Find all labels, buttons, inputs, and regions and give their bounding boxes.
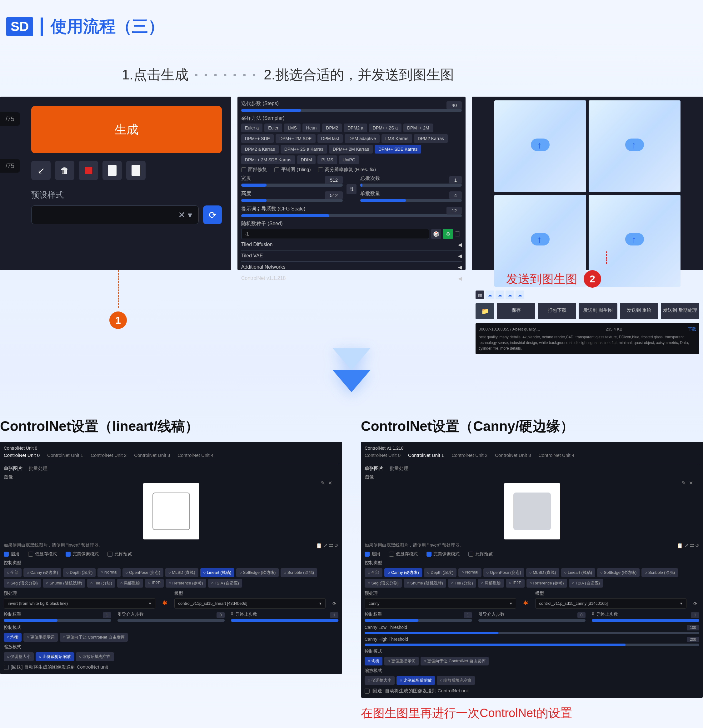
type-Reference (参考)[interactable]: ○ Reference (参考) [166,579,206,588]
edit-icon-r[interactable]: ✎ [682,480,686,486]
cn-tab-3[interactable]: ControlNet Unit 3 [134,452,170,460]
mode-2[interactable]: ○ 更偏向于让 ControlNet 自由发挥 [60,633,128,642]
type-OpenPose (姿态)[interactable]: ○ OpenPose (姿态) [122,568,163,577]
refresh-model-icon[interactable]: ⟳ [331,599,339,608]
chk-preview-r[interactable]: 允许预览 [468,551,493,557]
type-Normal[interactable]: ○ Normal [458,568,481,577]
type-局部重绘[interactable]: ○ 局部重绘 [117,579,143,588]
red-square-icon[interactable] [79,161,98,180]
sampler-UniPC[interactable]: UniPC [339,155,359,164]
start-slider[interactable]: 0 [118,619,225,622]
sampler-DPM2[interactable]: DPM2 [322,124,342,132]
type-SoftEdge (软边缘)[interactable]: ○ SoftEdge (软边缘) [597,568,640,577]
type-T2IA (自适应)[interactable]: ○ T2IA (自适应) [208,579,242,588]
chk-enable[interactable]: 启用 [4,551,19,557]
sampler-DPM-2M-Karras[interactable]: DPM++ 2M Karras [329,145,373,153]
cn-tab-4[interactable]: ControlNet Unit 4 [538,452,574,460]
mode-0[interactable]: ○ 均衡 [4,633,22,642]
sampler-DPM-SDE-Karras[interactable]: DPM++ SDE Karras [375,145,421,153]
type-Lineart (线稿)[interactable]: ○ Lineart (线稿) [200,568,234,577]
subtab-batch[interactable]: 批量处理 [29,466,48,472]
recycle-button[interactable]: ♻ [443,229,453,239]
batch-size-slider[interactable]: 4 [360,199,462,202]
batch-count-slider[interactable]: 1 [360,183,462,187]
restore-faces-check[interactable]: 面部修复 [241,167,267,173]
resize-0[interactable]: ○ 仅调整大小 [4,652,34,661]
chk-lowvram-r[interactable]: 低显存模式 [389,551,418,557]
seed-input[interactable]: -1 [241,229,429,239]
end-slider-r[interactable]: 1 [592,619,699,622]
type-Normal[interactable]: ○ Normal [98,568,120,577]
swap-dims-button[interactable]: ⇅ [347,184,356,194]
sampler-DPM-2M-SDE-Karras[interactable]: DPM++ 2M SDE Karras [241,155,295,164]
cn-tab-4[interactable]: ControlNet Unit 4 [177,452,213,460]
accordion-Tiled-VAE[interactable]: Tiled VAE◀ [241,250,462,261]
sampler-DPM-adaptive[interactable]: DPM adaptive [344,134,380,143]
sampler-LMS[interactable]: LMS [284,124,301,132]
type-Depth (深度)[interactable]: ○ Depth (深度) [63,568,96,577]
chk-enable-r[interactable]: 启用 [364,551,380,557]
mode-0[interactable]: ○ 均衡 [364,657,382,666]
sampler-DDIM[interactable]: DDIM [297,155,316,164]
type-Seg (语义分割)[interactable]: ○ Seg (语义分割) [364,579,402,588]
loopback-check-r[interactable] [364,689,370,693]
cn-tab-2[interactable]: ControlNet Unit 2 [451,452,487,460]
cn-tab-3[interactable]: ControlNet Unit 3 [495,452,531,460]
sampler-DPM2-a-Karras[interactable]: DPM2 a Karras [241,145,279,153]
trash-icon[interactable]: 🗑 [55,161,74,180]
model-select[interactable]: control_v11p_sd15_lineart [43d4be0d]▾ [174,598,326,608]
arrow-icon[interactable]: ↙ [31,161,50,180]
explode-icon[interactable]: ✱ [160,597,169,608]
resize-1[interactable]: ○ 比例裁剪后缩放 [396,676,435,685]
sampler-DPM2-Karras[interactable]: DPM2 Karras [414,134,448,143]
canny-low-slider[interactable]: 100 [364,632,699,634]
type-Scribble (涂鸦)[interactable]: ○ Scribble (涂鸦) [281,568,317,577]
model-select-r[interactable]: control_v11p_sd15_canny [d14c016b]▾ [535,598,687,608]
type-Lineart (线稿)[interactable]: ○ Lineart (线稿) [561,568,595,577]
sampler-DPM-SDE[interactable]: DPM++ SDE [241,134,274,143]
mode-1[interactable]: ○ 更偏重提示词 [384,657,418,666]
preproc-select-r[interactable]: canny▾ [364,598,516,608]
type-Scribble (涂鸦)[interactable]: ○ Scribble (涂鸦) [641,568,678,577]
preproc-select[interactable]: invert (from white bg & black line)▾ [4,598,155,608]
cfg-slider[interactable]: 12 [241,214,462,217]
tiling-check[interactable]: 平铺图 (Tiling) [274,167,311,173]
type-OpenPose (姿态)[interactable]: ○ OpenPose (姿态) [483,568,524,577]
type-Shuffle (随机洗牌)[interactable]: ○ Shuffle (随机洗牌) [43,579,85,588]
loopback-check[interactable] [4,665,9,670]
cn-tab-0[interactable]: ControlNet Unit 0 [364,452,400,460]
chk-pixelperfect-r[interactable]: 完美像素模式 [426,551,460,557]
sampler-DPM2-a[interactable]: DPM2 a [344,124,367,132]
canny-high-slider[interactable]: 200 [364,644,699,646]
dice-button[interactable]: 🎲 [431,229,441,239]
edit-icon[interactable]: ✎ [321,480,325,486]
type-SoftEdge (软边缘)[interactable]: ○ SoftEdge (软边缘) [236,568,279,577]
type-Canny (硬边缘)[interactable]: ○ Canny (硬边缘) [23,568,61,577]
sampler-DPM-2S-a-Karras[interactable]: DPM++ 2S a Karras [281,145,327,153]
preset-select[interactable]: ✕ ▾ [31,205,199,224]
cn-tab-1[interactable]: ControlNet Unit 1 [408,452,444,460]
height-slider[interactable]: 512 [241,199,343,202]
sampler-Heun[interactable]: Heun [303,124,320,132]
sampler-LMS-Karras[interactable]: LMS Karras [382,134,412,143]
type-IP2P[interactable]: ○ IP2P [506,579,524,588]
weight-slider-r[interactable]: 1 [364,619,472,622]
sampler-DPM-fast[interactable]: DPM fast [317,134,343,143]
cn-tab-0[interactable]: ControlNet Unit 0 [4,452,40,460]
chk-lowvram[interactable]: 低显存模式 [28,551,57,557]
refresh-model-icon-r[interactable]: ⟳ [691,599,699,608]
close-icon[interactable]: ✕ [328,480,332,486]
explode-icon-r[interactable]: ✱ [521,597,530,608]
type-Seg (语义分割)[interactable]: ○ Seg (语义分割) [4,579,41,588]
start-slider-r[interactable]: 0 [478,619,586,622]
cn-input-image[interactable] [143,483,199,539]
mode-2[interactable]: ○ 更偏向于让 ControlNet 自由发挥 [421,657,489,666]
chk-preview[interactable]: 允许预览 [108,551,132,557]
mode-1[interactable]: ○ 更偏重提示词 [23,633,58,642]
type-Tile (分块)[interactable]: ○ Tile (分块) [87,579,115,588]
cn-tab-2[interactable]: ControlNet Unit 2 [91,452,127,460]
type-Shuffle (随机洗牌)[interactable]: ○ Shuffle (随机洗牌) [404,579,446,588]
subtab-single-r[interactable]: 单张图片 [364,466,383,472]
resize-2[interactable]: ○ 缩放后填充空白 [76,652,114,661]
sampler-Euler-a[interactable]: Euler a [241,124,262,132]
